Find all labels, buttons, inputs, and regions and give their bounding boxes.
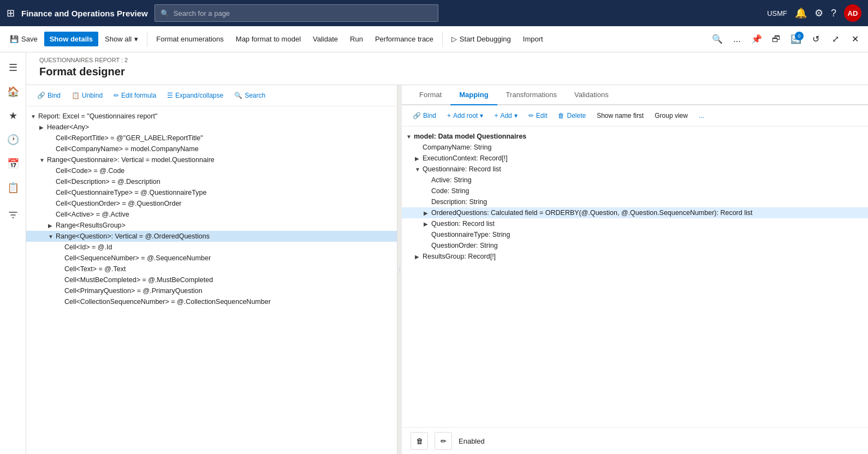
grid-icon[interactable]: ⊞ [7, 7, 15, 19]
model-node-label: Questionnaire: Record list [423, 165, 501, 173]
tab-validations[interactable]: Validations [566, 85, 617, 105]
tree-node[interactable]: Cell<Code> = @.Code [26, 165, 397, 176]
bind-button[interactable]: 🔗 Bind [33, 89, 65, 101]
run-button[interactable]: Run [344, 32, 368, 46]
model-node[interactable]: Code: String [402, 186, 868, 196]
tree-toggle-icon: ▼ [48, 234, 56, 240]
model-node[interactable]: QuestionOrder: String [402, 240, 868, 251]
model-toggle-icon: ▶ [424, 221, 431, 227]
performance-trace-button[interactable]: Performance trace [370, 32, 439, 46]
footer-edit-button[interactable]: ✏ [435, 432, 452, 450]
tree-node[interactable]: Cell<ReportTitle> = @"GER_LABEL:ReportTi… [26, 133, 397, 144]
tree-node[interactable]: Cell<Active> = @.Active [26, 209, 397, 220]
page-header: QUESTIONNAIRES REPORT : 2 Format designe… [26, 52, 868, 85]
expand-collapse-icon: ☰ [167, 92, 173, 99]
edit-formula-button[interactable]: ✏ Edit formula [109, 89, 160, 101]
add-root-button[interactable]: + Add root ▾ [443, 110, 487, 122]
search-cmdbar-button[interactable]: 🔍 [709, 31, 726, 48]
tree-node[interactable]: Cell<PrimaryQuestion> = @.PrimaryQuestio… [26, 285, 397, 296]
show-all-button[interactable]: Show all ▾ [99, 32, 144, 46]
tree-node-label: Header<Any> [47, 123, 393, 131]
sidebar-item-menu[interactable]: ☰ [2, 57, 24, 79]
model-toggle-icon: ▶ [415, 254, 423, 260]
tree-node[interactable]: Cell<QuestionnaireType> = @.Questionnair… [26, 187, 397, 198]
model-node[interactable]: ▼Questionnaire: Record list [402, 164, 868, 175]
sidebar-item-list[interactable]: 📋 [2, 177, 24, 199]
bell-icon[interactable]: 🔔 [795, 7, 807, 19]
validate-button[interactable]: Validate [307, 32, 343, 46]
close-button[interactable]: ✕ [846, 31, 864, 48]
more-button[interactable]: ... [728, 31, 746, 48]
add-icon: + [494, 112, 498, 120]
tree-node[interactable]: Cell<Description> = @.Description [26, 176, 397, 187]
more-mapping-button[interactable]: ... [694, 110, 709, 122]
expand-collapse-button[interactable]: ☰ Expand/collapse [163, 89, 228, 101]
sidebar-item-recent[interactable]: 🕐 [2, 129, 24, 151]
search-tree-button[interactable]: 🔍 Search [230, 89, 270, 101]
filter-icon[interactable] [3, 205, 23, 225]
edit-button[interactable]: ✏ Edit [524, 110, 552, 122]
model-node[interactable]: Description: String [402, 196, 868, 207]
mapping-bind-button[interactable]: 🔗 Bind [408, 110, 441, 122]
save-button[interactable]: 💾 Save [4, 32, 43, 46]
tree-node[interactable]: Cell<CollectionSequenceNumber> = @.Colle… [26, 296, 397, 307]
tree-node[interactable]: ▼Range<Question>: Vertical = @.OrderedQu… [26, 231, 397, 242]
tree-node[interactable]: Cell<QuestionOrder> = @.QuestionOrder [26, 198, 397, 209]
help-icon[interactable]: ? [831, 8, 836, 19]
refresh-button[interactable]: ↺ [807, 31, 824, 48]
sidebar-item-workspaces[interactable]: 📅 [2, 153, 24, 175]
sidebar-item-home[interactable]: 🏠 [2, 81, 24, 103]
format-enumerations-button[interactable]: Format enumerations [151, 32, 229, 46]
model-node[interactable]: ▶ResultsGroup: Record[!] [402, 251, 868, 262]
mapping-bind-icon: 🔗 [413, 112, 421, 120]
delete-icon: 🗑 [558, 112, 564, 120]
unbind-button[interactable]: 📋 Unbind [67, 89, 107, 101]
model-node[interactable]: ▶OrderedQuestions: Calculated field = OR… [402, 207, 868, 218]
divider-2 [442, 32, 443, 47]
panel-splitter[interactable]: ⋮ [397, 85, 402, 454]
model-node[interactable]: ▼model: Data model Questionnaires [402, 131, 868, 142]
tree-node[interactable]: Cell<SequenceNumber> = @.SequenceNumber [26, 253, 397, 264]
import-button[interactable]: Import [518, 32, 549, 46]
search-icon: 🔍 [160, 9, 169, 17]
show-all-chevron-icon: ▾ [134, 35, 138, 43]
show-name-first-button[interactable]: Show name first [592, 110, 648, 122]
tree-node[interactable]: Cell<Text> = @.Text [26, 264, 397, 274]
gear-icon[interactable]: ⚙ [815, 7, 823, 19]
tree-node[interactable]: ▶Range<ResultsGroup> [26, 220, 397, 231]
add-button[interactable]: + Add ▾ [490, 110, 521, 122]
model-node[interactable]: ▶ExecutionContext: Record[!] [402, 153, 868, 164]
map-format-button[interactable]: Map format to model [230, 32, 306, 46]
model-node[interactable]: ▶Question: Record list [402, 218, 868, 229]
tree-node-label: Cell<SequenceNumber> = @.SequenceNumber [64, 254, 393, 262]
tree-node[interactable]: ▼Report: Excel = "Questionnaires report" [26, 111, 397, 122]
tab-format[interactable]: Format [411, 85, 450, 105]
layout-button[interactable]: 🗗 [768, 31, 785, 48]
tree-node[interactable]: ▶Header<Any> [26, 122, 397, 133]
tree-node-label: Cell<Description> = @.Description [56, 178, 393, 186]
tree-node[interactable]: ▼Range<Questionnaire>: Vertical = model.… [26, 154, 397, 165]
tab-transformations[interactable]: Transformations [497, 85, 566, 105]
expand-button[interactable]: ⤢ [827, 31, 844, 48]
tab-mapping[interactable]: Mapping [450, 85, 497, 105]
sidebar-item-favorites[interactable]: ★ [2, 105, 24, 127]
model-node[interactable]: Active: String [402, 175, 868, 186]
user-avatar[interactable]: AD [844, 4, 861, 22]
footer-delete-button[interactable]: 🗑 [411, 432, 428, 450]
global-search[interactable]: 🔍 Search for a page [154, 4, 438, 22]
delete-button[interactable]: 🗑 Delete [554, 110, 590, 122]
tree-node[interactable]: Cell<CompanyName> = model.CompanyName [26, 144, 397, 154]
designer-area: 🔗 Bind 📋 Unbind ✏ Edit formula ☰ Expand/… [26, 85, 868, 454]
model-node[interactable]: QuestionnaireType: String [402, 229, 868, 240]
tree-node[interactable]: Cell<Id> = @.Id [26, 242, 397, 253]
usmf-label: USMF [767, 9, 787, 17]
tree-node[interactable]: Cell<MustBeCompleted> = @.MustBeComplete… [26, 274, 397, 285]
group-view-button[interactable]: Group view [650, 110, 692, 122]
show-details-button[interactable]: Show details [44, 32, 98, 46]
model-node[interactable]: CompanyName: String [402, 142, 868, 153]
notification-badge: 0 [795, 32, 804, 40]
start-debugging-button[interactable]: ▷ Start Debugging [446, 32, 516, 46]
add-root-icon: + [447, 112, 451, 120]
format-tree: ▼Report: Excel = "Questionnaires report"… [26, 106, 397, 454]
pin-button[interactable]: 📌 [748, 31, 765, 48]
